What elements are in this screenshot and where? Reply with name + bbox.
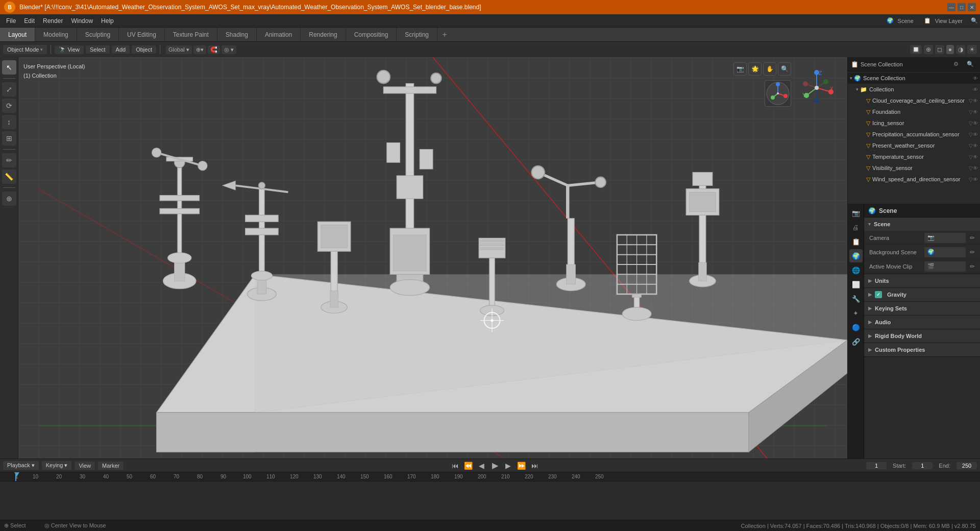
item-vis4[interactable]: 👁	[973, 132, 978, 137]
bg-scene-value[interactable]: 🌍	[924, 247, 966, 257]
header-scene-label[interactable]: Scene	[898, 18, 914, 24]
bg-scene-edit-btn[interactable]: ✏	[970, 249, 975, 256]
tab-uv-editing[interactable]: UV Editing	[119, 28, 165, 41]
item-filter1[interactable]: ▽	[969, 98, 973, 104]
tool-move[interactable]: ⤢	[2, 82, 16, 96]
overlay-toggle[interactable]: 🔲	[910, 45, 922, 54]
custom-properties-header[interactable]: ▶ Custom Properties	[864, 343, 980, 356]
tool-transform[interactable]: ⊞	[2, 131, 16, 146]
item-filter5[interactable]: ▽	[969, 143, 973, 149]
prop-output-btn[interactable]: 🖨	[849, 221, 863, 234]
outliner-filter-btn[interactable]: ⚙	[950, 60, 962, 68]
prop-scene-btn[interactable]: 🌍	[849, 249, 863, 262]
nav-shading-type[interactable]: 🌟	[748, 62, 762, 76]
maximize-button[interactable]: □	[958, 3, 966, 11]
keying-sets-header[interactable]: ▶ Keying Sets	[864, 302, 980, 315]
item-vis3[interactable]: 👁	[973, 120, 978, 126]
prop-modifier-btn[interactable]: 🔧	[849, 292, 863, 305]
outliner-item-precip[interactable]: ▽ Precipitation_accumulation_sensor ▽ 👁	[848, 129, 980, 140]
tl-jump-start[interactable]: ⏮	[450, 460, 461, 471]
scene-coll-vis[interactable]: 👁	[973, 76, 978, 81]
camera-edit-btn[interactable]: ✏	[970, 234, 975, 242]
item-filter7[interactable]: ▽	[969, 165, 973, 171]
item-filter2[interactable]: ▽	[969, 109, 973, 115]
tl-next-frame[interactable]: ▶	[503, 460, 514, 471]
units-section-header[interactable]: ▶ Units	[864, 274, 980, 287]
coll-vis[interactable]: 👁	[973, 87, 978, 92]
axis-indicator[interactable]: Z X Y	[796, 67, 837, 108]
outliner-search-btn[interactable]: 🔍	[964, 60, 977, 68]
tool-rotate[interactable]: ⟳	[2, 99, 16, 113]
outliner-item-wind[interactable]: ▽ Wind_speed_and_direction_sensor ▽ 👁	[848, 174, 980, 185]
outliner-scene-collection[interactable]: ▾ 🌍 Scene Collection 👁	[848, 73, 980, 84]
prop-object-btn[interactable]: ⬜	[849, 278, 863, 291]
outliner-item-cloud[interactable]: ▽ Cloud_coverage_and_ceiling_sensor ▽ 👁	[848, 95, 980, 106]
outliner-item-icing[interactable]: ▽ Icing_sensor ▽ 👁	[848, 117, 980, 129]
outliner-item-present[interactable]: ▽ Present_weather_sensor ▽ 👁	[848, 140, 980, 151]
tab-modeling[interactable]: Modeling	[35, 28, 77, 41]
viewport-view-btn[interactable]: 🔭View	[55, 45, 84, 54]
end-frame-input[interactable]: 250	[957, 462, 977, 469]
header-viewlayer-label[interactable]: View Layer	[935, 18, 963, 24]
item-filter4[interactable]: ▽	[969, 132, 973, 137]
prop-render-btn[interactable]: 📷	[849, 206, 863, 220]
prop-world-btn[interactable]: 🌐	[849, 263, 863, 277]
menu-render[interactable]: Render	[39, 16, 67, 26]
item-vis6[interactable]: 👁	[973, 154, 978, 160]
material-shading[interactable]: ◑	[956, 45, 965, 54]
gravity-checkbox[interactable]: ✓	[875, 291, 882, 298]
tl-marker-btn[interactable]: Marker	[98, 462, 124, 470]
menu-edit[interactable]: Edit	[20, 16, 39, 26]
tl-prev-frame[interactable]: ◀	[476, 460, 487, 471]
rigid-body-world-header[interactable]: ▶ Rigid Body World	[864, 329, 980, 343]
tool-scale[interactable]: ↕	[2, 115, 16, 129]
scene-section-header[interactable]: ▾ Scene	[864, 218, 980, 231]
menu-help[interactable]: Help	[97, 16, 118, 26]
movie-clip-value[interactable]: 🎬	[924, 261, 966, 272]
outliner-content[interactable]: ▾ 🌍 Scene Collection 👁 ▾ 📁 Collection 👁	[848, 71, 980, 204]
tab-texture-paint[interactable]: Texture Paint	[165, 28, 217, 41]
proportional-btn[interactable]: ◎ ▾	[222, 45, 236, 54]
audio-section-header[interactable]: ▶ Audio	[864, 316, 980, 329]
current-frame-input[interactable]: 1	[866, 462, 887, 469]
viewport-object-btn[interactable]: Object	[132, 45, 156, 54]
outliner-item-temperature[interactable]: ▽ Temperature_sensor ▽ 👁	[848, 151, 980, 162]
solid-shading[interactable]: ●	[946, 45, 954, 54]
tool-add[interactable]: ⊕	[2, 191, 16, 206]
viewport-add-btn[interactable]: Add	[112, 45, 130, 54]
tool-select[interactable]: ↖	[2, 60, 16, 75]
nav-orbit-gizmo[interactable]	[765, 80, 791, 107]
menu-file[interactable]: File	[2, 16, 20, 26]
tl-keying-btn[interactable]: Keying ▾	[42, 461, 72, 470]
nav-zoom[interactable]: 🔍	[778, 62, 791, 76]
start-frame-input[interactable]: 1	[912, 462, 933, 469]
movie-clip-edit-btn[interactable]: ✏	[970, 263, 975, 270]
minimize-button[interactable]: —	[947, 3, 955, 11]
tab-layout[interactable]: Layout	[0, 28, 35, 41]
prop-view-layer-btn[interactable]: 📋	[849, 235, 863, 248]
tl-prev-keyframe[interactable]: ⏪	[463, 460, 474, 471]
outliner-collection[interactable]: ▾ 📁 Collection 👁	[848, 84, 980, 95]
close-button[interactable]: ✕	[968, 3, 976, 11]
tab-compositing[interactable]: Compositing	[346, 28, 397, 41]
tool-measure[interactable]: 📏	[2, 170, 16, 184]
prop-particles-btn[interactable]: ✦	[849, 306, 863, 320]
camera-value[interactable]: 📷	[924, 233, 966, 243]
pivot-dropdown[interactable]: ⊕▾	[193, 45, 206, 54]
outliner-item-visibility[interactable]: ▽ Visibility_sensor ▽ 👁	[848, 162, 980, 174]
item-vis7[interactable]: 👁	[973, 165, 978, 171]
item-filter3[interactable]: ▽	[969, 120, 973, 126]
gizmo-toggle[interactable]: ⊕	[924, 45, 933, 54]
tool-annotate[interactable]: ✏	[2, 153, 16, 167]
object-mode-dropdown[interactable]: Object Mode ▾	[3, 45, 47, 54]
item-filter8[interactable]: ▽	[969, 177, 973, 182]
timeline-track[interactable]: 1 10 20 30 40 50 60 70 80 90 100 110 120…	[0, 472, 980, 520]
global-orient-dropdown[interactable]: Global ▾	[166, 45, 192, 54]
viewport-select-btn[interactable]: Select	[86, 45, 110, 54]
prop-constraints-btn[interactable]: 🔗	[849, 335, 863, 348]
menu-window[interactable]: Window	[67, 16, 97, 26]
nav-camera-view[interactable]: 📷	[733, 62, 747, 76]
xray-toggle[interactable]: ◻	[935, 45, 944, 54]
nav-pan[interactable]: ✋	[763, 62, 776, 76]
tab-animation[interactable]: Animation	[257, 28, 301, 41]
